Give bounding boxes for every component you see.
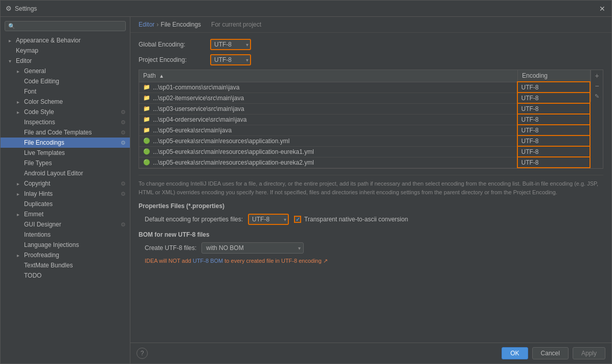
- project-encoding-select[interactable]: UTF-8: [210, 54, 251, 65]
- table-row[interactable]: 📁...\sp05-eureka\src\main\javaUTF-8: [139, 125, 590, 135]
- search-icon: 🔍: [8, 23, 15, 30]
- gear-icon: ⚙: [121, 140, 126, 146]
- path-text: ...\sp01-commons\src\main\java: [153, 84, 239, 91]
- sidebar-item-android-layout-editor[interactable]: Android Layout Editor: [1, 168, 130, 178]
- sidebar-label: GUI Designer: [24, 221, 61, 228]
- project-encoding-select-wrapper: UTF-8: [210, 54, 251, 65]
- native-ascii-label: Transparent native-to-ascii conversion: [304, 216, 408, 223]
- path-text: ...\sp05-eureka\src\main\resources\appli…: [153, 138, 289, 145]
- edit-encoding-button[interactable]: ✎: [593, 92, 602, 101]
- sidebar-item-editor[interactable]: Editor: [1, 56, 130, 66]
- breadcrumb-editor[interactable]: Editor: [139, 21, 154, 28]
- sidebar-item-file-code-templates[interactable]: File and Code Templates ⚙: [1, 127, 130, 138]
- remove-encoding-button[interactable]: −: [593, 81, 602, 90]
- arrow-icon: [17, 69, 22, 74]
- encoding-cell: UTF-8: [517, 157, 590, 168]
- settings-dialog: ⚙ Settings ✕ 🔍 Appearance & Behavior Key…: [0, 0, 612, 364]
- sidebar-item-proofreading[interactable]: Proofreading: [1, 250, 130, 260]
- properties-default-label: Default encoding for properties files:: [145, 216, 243, 223]
- sidebar-item-live-templates[interactable]: Live Templates: [1, 148, 130, 158]
- properties-encoding-select[interactable]: UTF-8: [248, 214, 289, 225]
- sidebar-label: Color Scheme: [24, 98, 63, 105]
- bom-section-title: BOM for new UTF-8 files: [139, 231, 603, 238]
- search-box[interactable]: 🔍: [5, 21, 126, 31]
- sidebar-item-textmate-bundles[interactable]: TextMate Bundles: [1, 260, 130, 270]
- encodings-table: Path ▲ Encoding 📁...\sp01-commons\src\ma…: [139, 70, 591, 168]
- table-row[interactable]: 🟢...\sp05-eureka\src\main\resources\appl…: [139, 146, 590, 157]
- encoding-cell: UTF-8: [517, 125, 590, 135]
- table-row[interactable]: 🟢...\sp05-eureka\src\main\resources\appl…: [139, 135, 590, 146]
- arrow-icon: [17, 109, 22, 115]
- table-row[interactable]: 📁...\sp01-commons\src\main\javaUTF-8: [139, 82, 590, 93]
- content-area: Global Encoding: UTF-8 Project Encoding:…: [130, 33, 611, 343]
- help-button[interactable]: ?: [137, 348, 148, 359]
- sidebar-label: Copyright: [24, 180, 50, 187]
- project-encoding-row: Project Encoding: UTF-8: [139, 54, 603, 65]
- for-current-project-tab[interactable]: For current project: [211, 21, 261, 28]
- sidebar-label: Language Injections: [24, 241, 79, 248]
- breadcrumb-separator: ›: [156, 21, 158, 28]
- sidebar-item-appearance-behavior[interactable]: Appearance & Behavior: [1, 35, 130, 46]
- add-encoding-button[interactable]: +: [593, 71, 602, 80]
- properties-encoding-select-wrapper: UTF-8: [248, 214, 289, 225]
- table-row[interactable]: 📁...\sp02-itemservice\src\main\javaUTF-8: [139, 93, 590, 103]
- sidebar-item-intentions[interactable]: Intentions: [1, 230, 130, 240]
- table-row[interactable]: 📁...\sp04-orderservice\src\main\javaUTF-…: [139, 114, 590, 125]
- sidebar-item-copyright[interactable]: Copyright ⚙: [1, 178, 130, 189]
- sidebar-item-inspections[interactable]: Inspections ⚙: [1, 117, 130, 127]
- sidebar-item-font[interactable]: Font: [1, 86, 130, 97]
- dialog-body: 🔍 Appearance & Behavior Keymap Editor: [1, 17, 611, 363]
- sidebar-item-file-types[interactable]: File Types: [1, 158, 130, 168]
- encoding-cell: UTF-8: [517, 146, 590, 157]
- bom-select[interactable]: with NO BOM with BOM: [201, 242, 304, 254]
- sidebar-item-color-scheme[interactable]: Color Scheme: [1, 97, 130, 107]
- sidebar-item-emmet[interactable]: Emmet: [1, 209, 130, 219]
- encoding-cell: UTF-8: [517, 93, 590, 103]
- sidebar-item-keymap[interactable]: Keymap: [1, 46, 130, 56]
- table-toolbar: + − ✎: [591, 70, 603, 102]
- gear-icon: ⚙: [121, 221, 126, 228]
- sidebar-label: Keymap: [16, 47, 38, 54]
- sidebar-label: Code Style: [24, 108, 54, 116]
- table-row[interactable]: 📁...\sp03-userservice\src\main\javaUTF-8: [139, 103, 590, 114]
- table-row[interactable]: 🟢...\sp05-eureka\src\main\resources\appl…: [139, 157, 590, 168]
- folder-icon: 📁: [143, 105, 150, 112]
- sidebar-label: Editor: [16, 57, 32, 64]
- sidebar-item-general[interactable]: General: [1, 66, 130, 76]
- sidebar-item-code-editing[interactable]: Code Editing: [1, 76, 130, 86]
- global-encoding-select[interactable]: UTF-8: [210, 39, 251, 50]
- arrow-icon: [17, 181, 22, 187]
- encoding-cell: UTF-8: [517, 135, 590, 146]
- bom-section: BOM for new UTF-8 files Create UTF-8 fil…: [139, 231, 603, 264]
- encodings-table-container: + − ✎ Path ▲ Encoding: [139, 70, 603, 169]
- search-input[interactable]: [17, 22, 122, 30]
- sidebar-item-todo[interactable]: TODO: [1, 270, 130, 281]
- title-bar: ⚙ Settings ✕: [1, 1, 611, 17]
- close-button[interactable]: ✕: [598, 5, 606, 13]
- native-ascii-checkbox-label[interactable]: Transparent native-to-ascii conversion: [294, 216, 408, 223]
- folder-icon: 📁: [143, 116, 150, 123]
- ok-button[interactable]: OK: [502, 347, 528, 359]
- properties-section-title: Properties Files (*.properties): [139, 202, 603, 210]
- sidebar-item-gui-designer[interactable]: GUI Designer ⚙: [1, 219, 130, 230]
- sidebar-label: Font: [24, 88, 36, 95]
- global-encoding-label: Global Encoding:: [139, 41, 205, 48]
- sidebar-item-duplicates[interactable]: Duplicates: [1, 199, 130, 209]
- path-column-header[interactable]: Path ▲: [139, 70, 517, 82]
- cancel-button[interactable]: Cancel: [532, 347, 569, 359]
- sidebar-item-inlay-hints[interactable]: Inlay Hints ⚙: [1, 189, 130, 199]
- path-text: ...\sp05-eureka\src\main\resources\appli…: [153, 148, 314, 155]
- sidebar-item-code-style[interactable]: Code Style ⚙: [1, 107, 130, 117]
- sidebar-item-language-injections[interactable]: Language Injections: [1, 240, 130, 250]
- utf8-bom-link[interactable]: UTF-8 BOM: [193, 258, 223, 264]
- path-text: ...\sp05-eureka\src\main\resources\appli…: [153, 159, 314, 166]
- encoding-cell: UTF-8: [517, 103, 590, 114]
- encoding-column-header[interactable]: Encoding: [517, 70, 590, 82]
- properties-encoding-row: Default encoding for properties files: U…: [139, 214, 603, 225]
- sidebar-item-file-encodings[interactable]: File Encodings ⚙: [1, 138, 130, 148]
- title-icon: ⚙: [6, 5, 12, 12]
- sidebar-label: Android Layout Editor: [24, 170, 83, 177]
- native-ascii-checkbox[interactable]: [294, 216, 301, 223]
- apply-button[interactable]: Apply: [573, 347, 605, 359]
- gear-icon: ⚙: [121, 119, 126, 126]
